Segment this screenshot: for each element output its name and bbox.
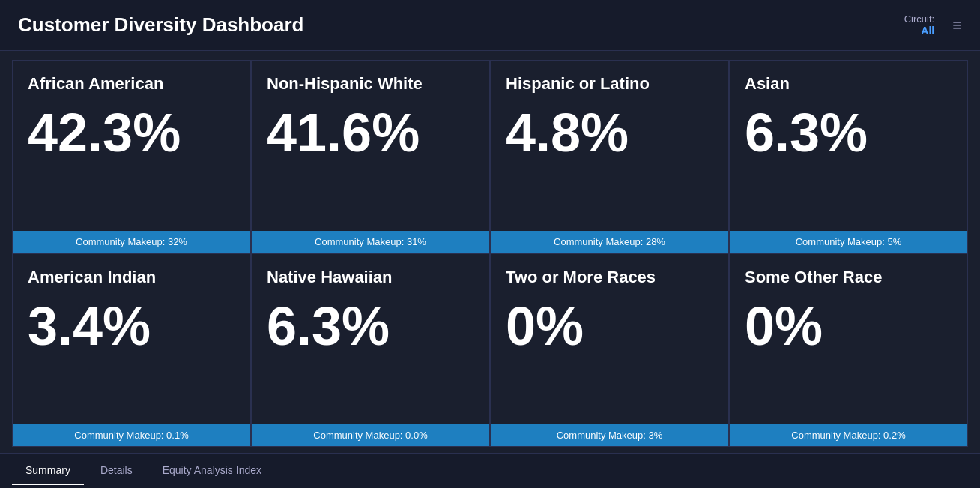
stat-value-7: 0% bbox=[745, 299, 952, 353]
stat-value-1: 41.6% bbox=[267, 106, 474, 160]
community-badge-2: Community Makeup: 28% bbox=[491, 231, 728, 253]
stat-value-5: 6.3% bbox=[267, 299, 474, 353]
stat-label-3: Asian bbox=[745, 74, 952, 94]
community-badge-5: Community Makeup: 0.0% bbox=[252, 424, 489, 446]
community-badge-3: Community Makeup: 5% bbox=[730, 231, 967, 253]
stat-card-non-hispanic-white: Non-Hispanic White 41.6% Community Makeu… bbox=[251, 60, 490, 253]
stat-value-3: 6.3% bbox=[745, 106, 952, 160]
circuit-label-text: Circuit: bbox=[904, 13, 934, 25]
stat-card-african-american: African American 42.3% Community Makeup:… bbox=[12, 60, 251, 253]
community-badge-7: Community Makeup: 0.2% bbox=[730, 424, 967, 446]
header-right: Circuit: All ≡ bbox=[904, 13, 962, 37]
stats-grid: African American 42.3% Community Makeup:… bbox=[0, 51, 980, 453]
stat-value-4: 3.4% bbox=[28, 299, 235, 353]
tab-bar: Summary Details Equity Analysis Index bbox=[0, 453, 980, 488]
stat-card-american-indian: American Indian 3.4% Community Makeup: 0… bbox=[12, 253, 251, 447]
stat-label-4: American Indian bbox=[28, 268, 235, 287]
stat-label-2: Hispanic or Latino bbox=[506, 74, 713, 94]
tab-details[interactable]: Details bbox=[87, 457, 146, 485]
stat-card-two-or-more-races: Two or More Races 0% Community Makeup: 3… bbox=[490, 253, 729, 447]
stat-label-0: African American bbox=[28, 74, 235, 94]
stat-label-5: Native Hawaiian bbox=[267, 268, 474, 287]
stat-label-6: Two or More Races bbox=[506, 268, 713, 287]
stat-value-2: 4.8% bbox=[506, 106, 713, 160]
tab-summary[interactable]: Summary bbox=[12, 457, 84, 485]
community-badge-6: Community Makeup: 3% bbox=[491, 424, 728, 446]
community-badge-1: Community Makeup: 31% bbox=[252, 231, 489, 253]
stat-card-native-hawaiian: Native Hawaiian 6.3% Community Makeup: 0… bbox=[251, 253, 490, 447]
stat-value-0: 42.3% bbox=[28, 106, 235, 160]
stat-card-asian: Asian 6.3% Community Makeup: 5% bbox=[729, 60, 968, 253]
stat-label-1: Non-Hispanic White bbox=[267, 74, 474, 94]
community-badge-0: Community Makeup: 32% bbox=[13, 231, 250, 253]
page-title: Customer Diversity Dashboard bbox=[18, 13, 303, 37]
circuit-value: All bbox=[904, 25, 934, 37]
stat-card-some-other-race: Some Other Race 0% Community Makeup: 0.2… bbox=[729, 253, 968, 447]
menu-icon[interactable]: ≡ bbox=[952, 17, 962, 34]
header: Customer Diversity Dashboard Circuit: Al… bbox=[0, 0, 980, 51]
stat-value-6: 0% bbox=[506, 299, 713, 353]
stat-label-7: Some Other Race bbox=[745, 268, 952, 287]
tab-equity-analysis[interactable]: Equity Analysis Index bbox=[149, 457, 275, 485]
stat-card-hispanic-or-latino: Hispanic or Latino 4.8% Community Makeup… bbox=[490, 60, 729, 253]
circuit-selector[interactable]: Circuit: All bbox=[904, 13, 934, 37]
community-badge-4: Community Makeup: 0.1% bbox=[13, 424, 250, 446]
